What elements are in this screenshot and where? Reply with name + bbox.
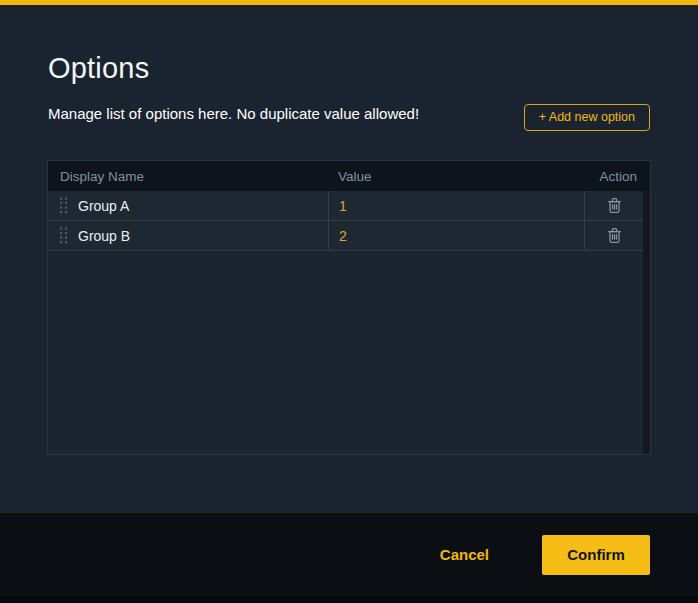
modal-accent-bar	[0, 0, 698, 5]
table-row: Group B 2	[48, 221, 650, 251]
options-modal: Options Manage list of options here. No …	[0, 0, 698, 603]
delete-option-button[interactable]	[603, 195, 626, 216]
table-scrollbar[interactable]	[643, 191, 650, 454]
display-name-cell[interactable]: Group B	[78, 228, 130, 244]
delete-option-button[interactable]	[603, 225, 626, 246]
column-header-action: Action	[584, 169, 650, 184]
confirm-button[interactable]: Confirm	[542, 535, 650, 575]
table-row: Group A 1	[48, 191, 650, 221]
drag-handle-icon	[58, 196, 69, 215]
column-header-display-name: Display Name	[48, 169, 328, 184]
column-header-value: Value	[328, 169, 584, 184]
trash-icon	[607, 227, 622, 244]
trash-icon	[607, 197, 622, 214]
options-table: Display Name Value Action Group A	[47, 160, 651, 455]
drag-handle[interactable]	[48, 221, 78, 250]
drag-handle[interactable]	[48, 191, 78, 220]
display-name-cell[interactable]: Group A	[78, 198, 129, 214]
table-header-row: Display Name Value Action	[48, 161, 650, 191]
modal-bottom-edge	[0, 596, 698, 603]
modal-description: Manage list of options here. No duplicat…	[48, 105, 419, 122]
drag-handle-icon	[58, 226, 69, 245]
page-title: Options	[48, 52, 149, 85]
modal-footer: Cancel Confirm	[0, 512, 698, 596]
value-cell[interactable]: 2	[328, 221, 584, 250]
value-cell[interactable]: 1	[328, 191, 584, 220]
add-new-option-button[interactable]: + Add new option	[524, 104, 650, 131]
cancel-button[interactable]: Cancel	[434, 545, 495, 564]
